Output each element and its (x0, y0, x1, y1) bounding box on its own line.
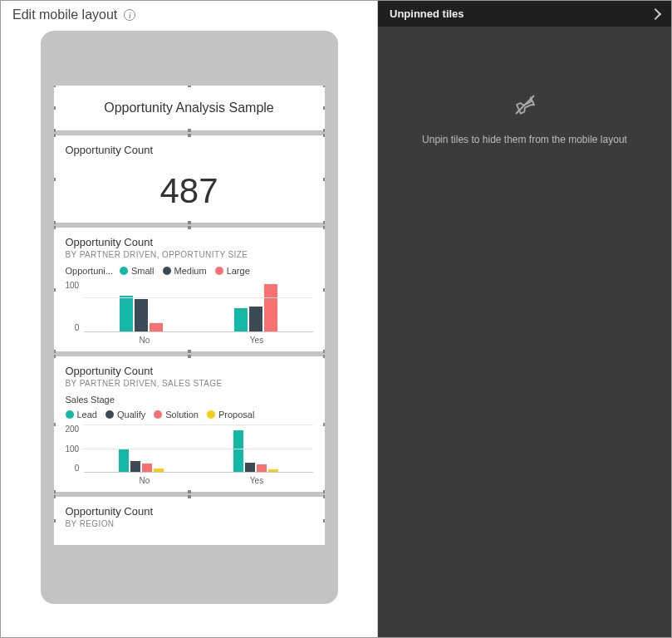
bar (142, 464, 152, 472)
legend-label: Large (227, 266, 250, 276)
bar (119, 449, 129, 473)
chart-tile-opportunity-size[interactable]: Opportunity Count BY PARTNER DRIVEN, OPP… (54, 228, 325, 351)
panel-header: Edit mobile layout i (1, 1, 377, 31)
legend-label: Solution (165, 410, 199, 420)
chart-legend: Opportuni... SmallMediumLarge (66, 266, 313, 276)
bar (245, 463, 255, 472)
legend-label: Medium (174, 266, 207, 276)
bar-group (199, 281, 313, 331)
opportunity-count-value: 487 (66, 156, 313, 216)
bar (130, 461, 140, 472)
x-tick: No (89, 332, 201, 345)
phone-shell: Opportunity Analysis Sample Opportunity … (41, 31, 338, 604)
y-tick: 200 (66, 425, 80, 434)
plot (84, 425, 312, 473)
dashboard-title-tile[interactable]: Opportunity Analysis Sample (54, 86, 325, 130)
legend-label: Lead (77, 410, 97, 420)
legend-swatch (163, 267, 171, 275)
x-tick: No (89, 473, 201, 485)
panel-title: Edit mobile layout (12, 7, 117, 22)
tile-subtitle: BY PARTNER DRIVEN, SALES STAGE (66, 379, 313, 388)
legend-label: Proposal (218, 410, 254, 420)
y-tick: 100 (66, 444, 80, 454)
phone-screen[interactable]: Opportunity Analysis Sample Opportunity … (54, 86, 325, 591)
tile-subtitle: BY PARTNER DRIVEN, OPPORTUNITY SIZE (66, 250, 313, 259)
bar (150, 323, 163, 331)
unpinned-tiles-body: Unpin tiles to hide them from the mobile… (378, 27, 671, 637)
bar (120, 296, 133, 331)
unpinned-tiles-header[interactable]: Unpinned tiles (378, 1, 671, 27)
chart-tile-sales-stage[interactable]: Opportunity Count BY PARTNER DRIVEN, SAL… (54, 356, 325, 492)
bar (135, 299, 148, 331)
opportunity-count-card-tile[interactable]: Opportunity Count 487 (54, 135, 325, 223)
bar (233, 430, 243, 472)
legend-swatch (154, 410, 162, 419)
bar-group (84, 281, 199, 331)
chart-tile-region[interactable]: Opportunity Count BY REGION (54, 497, 325, 545)
chart-legend: Sales Stage LeadQualifySolutionProposal (66, 395, 313, 420)
legend-swatch (207, 410, 215, 419)
y-tick: 0 (75, 323, 80, 332)
x-axis: NoYes (89, 332, 313, 345)
unpin-icon (513, 93, 537, 119)
app-root: Edit mobile layout i Opportunity Analysi… (0, 0, 672, 638)
bar (257, 464, 267, 472)
plot (84, 281, 312, 332)
dashboard-title-text: Opportunity Analysis Sample (104, 101, 274, 115)
x-axis: NoYes (89, 473, 313, 485)
chart-plot-area: 2001000 (66, 425, 313, 473)
tile-title: Opportunity Count (66, 236, 313, 248)
bar (264, 284, 277, 331)
unpinned-tiles-title: Unpinned tiles (390, 7, 464, 20)
y-tick: 0 (75, 464, 80, 473)
legend-label: Small (131, 266, 155, 276)
bar (154, 469, 164, 472)
legend-label: Qualify (117, 410, 145, 420)
legend-swatch (215, 267, 223, 275)
bar (249, 307, 262, 332)
chart-plot-area: 1000 (66, 281, 313, 332)
legend-swatch (120, 267, 128, 275)
info-icon[interactable]: i (124, 9, 135, 21)
legend-title: Opportuni... (66, 266, 113, 276)
tile-title: Opportunity Count (66, 365, 313, 377)
bar (234, 308, 248, 331)
y-axis: 2001000 (66, 425, 85, 473)
tile-subtitle: BY REGION (66, 519, 313, 528)
x-tick: Yes (201, 332, 313, 345)
legend-title: Sales Stage (66, 395, 115, 405)
x-tick: Yes (201, 473, 313, 485)
chevron-right-icon (650, 7, 661, 19)
tile-title: Opportunity Count (66, 144, 313, 156)
tile-title: Opportunity Count (66, 505, 313, 518)
bar (268, 469, 278, 472)
unpinned-hint-text: Unpin tiles to hide them from the mobile… (422, 134, 627, 145)
y-tick: 100 (66, 281, 80, 290)
y-axis: 1000 (66, 281, 85, 332)
edit-mobile-layout-panel: Edit mobile layout i Opportunity Analysi… (1, 1, 378, 637)
legend-swatch (66, 410, 74, 419)
unpinned-tiles-panel: Unpinned tiles Unpin tiles to hide them … (378, 1, 671, 637)
legend-swatch (105, 410, 114, 419)
phone-preview-area: Opportunity Analysis Sample Opportunity … (1, 31, 377, 637)
